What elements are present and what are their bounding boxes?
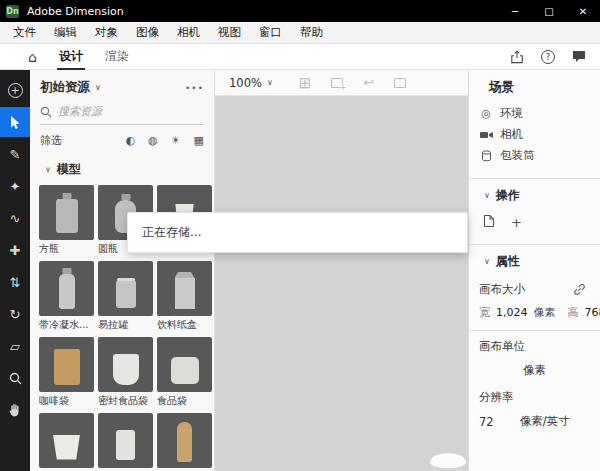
dolly-tool[interactable]: ⇅ [0,267,30,297]
actions-section-title: 操作 [496,187,520,204]
menu-edit[interactable]: 编辑 [45,22,86,43]
model-item[interactable]: 饮料纸盒 [157,261,212,332]
close-button[interactable]: ✕ [566,0,600,22]
model-thumbnail[interactable] [39,185,94,240]
zoom-tool[interactable] [0,363,30,393]
saving-toast: 正在存储... [127,212,468,253]
feedback-button[interactable] [572,50,586,63]
tab-design[interactable]: 设计 [59,44,83,69]
assets-panel-title[interactable]: 初始资源 [40,79,90,96]
canvas-unit-label: 画布单位 [479,339,525,354]
sampler-icon: ∿ [10,211,21,226]
select-tool[interactable] [0,107,30,137]
model-thumbnail[interactable] [98,261,153,316]
dolly-icon: ⇅ [10,275,21,290]
model-item[interactable]: 易拉罐 [98,261,153,332]
menu-view[interactable]: 视图 [209,22,250,43]
takeout-box-preview [53,435,80,460]
menu-window[interactable]: 窗口 [250,22,291,43]
camera-bookmark-button[interactable] [394,78,406,88]
water-bottle-preview [59,274,75,309]
add-camera-bookmark-button[interactable] [331,78,343,88]
menu-help[interactable]: 帮助 [291,22,332,43]
pen-icon: ✎ [10,147,21,162]
light-filter-icon[interactable]: ☀ [171,134,181,147]
add-content-button[interactable]: + [0,75,30,105]
model-item[interactable]: 外卖盒 [39,413,94,471]
resolution-input[interactable]: 72 [479,415,494,429]
model-thumbnail[interactable] [39,261,94,316]
horizon-tool[interactable]: ▱ [0,331,30,361]
can-preview [116,280,136,308]
properties-section-title: 属性 [496,253,520,270]
scene-item-camera[interactable]: 相机 [469,124,600,145]
zoom-dropdown[interactable]: 100% ∨ [229,76,273,90]
scene-item-environment[interactable]: ◎ 环境 [469,103,600,124]
width-unit-dropdown[interactable]: 像素 [534,305,556,320]
filter-row: 筛选 ◐ ◍ ☀ ▦ [40,133,204,148]
model-item[interactable]: 食品袋 [157,337,212,408]
model-label: 咖啡袋 [39,394,94,408]
undo-view-button[interactable]: ↩ [363,75,374,90]
tab-render[interactable]: 渲染 [105,44,129,69]
resolution-unit-dropdown[interactable]: 像素/英寸 [520,414,570,429]
menu-camera[interactable]: 相机 [168,22,209,43]
model-thumbnail[interactable] [39,337,94,392]
menu-file[interactable]: 文件 [4,22,45,43]
chevron-down-icon: ∨ [484,257,490,266]
orbit-tool[interactable]: ↻ [0,299,30,329]
models-section-header[interactable]: ∨ 模型 [40,161,204,178]
add-action-button[interactable]: + [511,216,522,229]
properties-section-header[interactable]: ∨ 属性 [469,245,600,274]
scene-item-label: 环境 [500,106,523,121]
image-filter-icon[interactable]: ▦ [194,134,204,147]
model-thumbnail[interactable] [39,413,94,468]
pen-tool[interactable]: ✎ [0,139,30,169]
app-window: Dn Adobe Dimension ─ □ ✕ 文件 编辑 对象 图像 相机 … [0,0,600,471]
canvas-viewport[interactable] [215,96,468,471]
menu-object[interactable]: 对象 [86,22,127,43]
model-thumbnail[interactable] [157,337,212,392]
cursor-icon [9,115,21,129]
share-button[interactable] [510,50,524,64]
minimize-button[interactable]: ─ [498,0,532,22]
model-thumbnail[interactable] [98,337,153,392]
model-thumbnail[interactable] [98,413,153,468]
search-field[interactable]: 搜索资源 [40,104,204,125]
model-thumbnail[interactable] [157,261,212,316]
move-tool[interactable]: ✚ [0,235,30,265]
model-thumbnail[interactable] [157,413,212,468]
scene-item-model[interactable]: 包装筒 [469,145,600,166]
model-item[interactable]: 密封食品袋 [98,337,153,408]
width-input[interactable]: 1,024 [496,306,528,319]
model-item[interactable]: 咖啡袋 [39,337,94,408]
document-button[interactable] [482,213,495,232]
link-icon[interactable] [573,283,586,296]
model-item[interactable]: 带冷凝水... [39,261,94,332]
model-item[interactable]: 包装筒 [157,413,212,471]
view-grid-button[interactable]: ⊞ [299,74,312,92]
help-button[interactable]: ? [541,50,555,64]
material-filter-icon[interactable]: ◐ [126,134,136,147]
search-icon [40,106,52,118]
actions-section-header[interactable]: ∨ 操作 [469,179,600,208]
canvas-size-values: 宽 1,024 像素 高 768 [469,297,600,330]
menu-image[interactable]: 图像 [127,22,168,43]
canvas-size-row: 画布大小 [469,274,600,297]
home-button[interactable]: ⌂ [28,50,37,64]
scene-item-label: 相机 [500,127,523,142]
panel-menu-button[interactable]: ••• [185,83,204,93]
magic-wand-tool[interactable]: ✦ [0,171,30,201]
magnifier-icon [9,372,22,385]
model-item[interactable]: 方瓶 [39,185,94,256]
height-input[interactable]: 768 [585,306,600,319]
maximize-button[interactable]: □ [532,0,566,22]
sampler-tool[interactable]: ∿ [0,203,30,233]
assets-header: 初始资源 ∨ ••• [30,70,214,101]
environment-filter-icon[interactable]: ◍ [148,134,158,147]
hand-tool[interactable] [0,395,30,425]
model-item[interactable]: 食品罐 [98,413,153,471]
canvas-unit-dropdown[interactable]: 像素 [469,354,600,382]
window-title: Adobe Dimension [27,5,124,18]
scene-object[interactable] [430,453,466,468]
